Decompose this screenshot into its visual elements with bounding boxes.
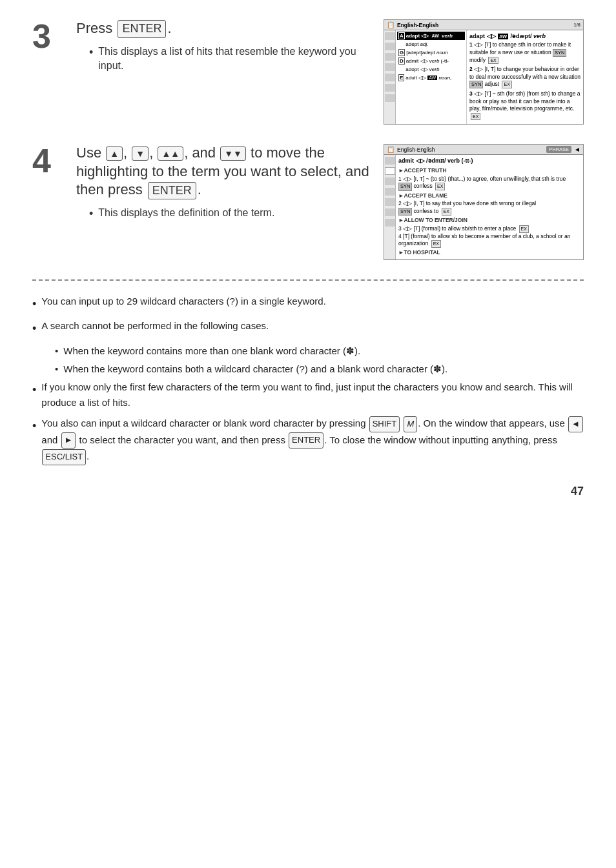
step-3-number: 3 bbox=[32, 19, 65, 53]
section-2-def: 2 ◁▷ [I, T] to say that you have done st… bbox=[398, 200, 580, 207]
esc-key: ESC/LIST bbox=[42, 449, 86, 465]
screen1-definition: adapt ◁▷ AW /ədæpt/ verb 1 ◁▷ [T] to cha… bbox=[467, 30, 583, 124]
note-3: If you know only the first few character… bbox=[32, 379, 584, 410]
section-1-def-1: 1 ◁▷ [I, T] ~ (to sb) (that...) to agree… bbox=[398, 176, 580, 183]
letter-E: E bbox=[398, 74, 404, 81]
list-item-0: A adapt ◁▷ AW verb bbox=[397, 32, 465, 40]
section-3-def-2: 4 [T] (formal) to allow sb to become a m… bbox=[398, 233, 580, 248]
screen1: 📋 English-English 1/6 bbox=[384, 19, 584, 125]
s2-tab-3 bbox=[385, 177, 395, 185]
tab-block-4 bbox=[385, 63, 395, 71]
separator bbox=[32, 279, 584, 281]
screen1-list: A adapt ◁▷ AW verb X adept adj. G [adept… bbox=[396, 30, 467, 124]
section-title-4: ►TO HOSPITAL bbox=[398, 249, 580, 257]
arrow-up-key: ▲ bbox=[106, 146, 123, 161]
note-2: A search cannot be performed in the foll… bbox=[32, 318, 584, 338]
note-2-text: A search cannot be performed in the foll… bbox=[41, 318, 269, 334]
screen2-header: 📋 English-English PHRASE ◄ bbox=[384, 145, 583, 155]
ex-s1: EX bbox=[435, 183, 445, 190]
screen1-page: 1/6 bbox=[574, 22, 580, 28]
section-title-3: ►ALLOW TO ENTER/JOIN bbox=[398, 217, 580, 225]
step-3-instruction: Press ENTER. bbox=[76, 19, 371, 38]
section-allow-enter: ►ALLOW TO ENTER/JOIN 3 ◁▷ [T] (formal) t… bbox=[398, 217, 580, 247]
screen2-sidebar bbox=[384, 155, 396, 259]
list-item-1-text: adept adj. bbox=[406, 41, 428, 47]
screen2-header-left: 📋 English-English bbox=[387, 146, 435, 153]
note-4: You also can input a wildcard character … bbox=[32, 416, 584, 465]
letter-A: A bbox=[398, 32, 405, 39]
ex-s3b: EX bbox=[431, 240, 441, 247]
enter-key-step4: ENTER bbox=[148, 182, 196, 199]
phrase-badge: PHRASE bbox=[546, 146, 571, 153]
tab-block-5 bbox=[385, 74, 395, 81]
m-key: M bbox=[404, 416, 417, 432]
note-2-sub-1: When the keyword contains more than one … bbox=[55, 343, 584, 359]
note-2-sub-2: When the keyword contains both a wildcar… bbox=[55, 361, 584, 377]
tab-block-2 bbox=[385, 43, 395, 50]
screen2-body: admit ◁▷ /ədmɪt/ verb (-tt-) ►ACCEPT TRU… bbox=[384, 155, 583, 259]
screen2-title: English-English bbox=[397, 146, 435, 153]
shift-key: SHIFT bbox=[369, 416, 400, 432]
step-4-content: Use ▲, ▼, ▲▲, and ▼▼ to move the highlig… bbox=[76, 144, 584, 260]
note-1: You can input up to 29 wildcard characte… bbox=[32, 294, 584, 314]
arrow-up2-key: ▲▲ bbox=[158, 146, 183, 161]
ex-2: EX bbox=[502, 81, 511, 88]
screen1-sidebar bbox=[384, 30, 396, 124]
screen1-container: 📋 English-English 1/6 bbox=[384, 19, 584, 125]
syn-modify: SYN bbox=[553, 49, 566, 57]
letter-D: D bbox=[398, 57, 405, 65]
arrow-down-key: ▼ bbox=[132, 146, 149, 161]
ex-s2: EX bbox=[442, 208, 451, 216]
note-3-text: If you know only the first few character… bbox=[41, 379, 584, 410]
section-accept-truth: ►ACCEPT TRUTH 1 ◁▷ [I, T] ~ (to sb) (tha… bbox=[398, 167, 580, 191]
back-arrow: ◄ bbox=[574, 146, 580, 153]
arrow-down2-key: ▼▼ bbox=[220, 146, 246, 161]
list-item-5-text: adult ◁▷ AW noun, bbox=[406, 75, 451, 81]
list-item-3-text: admit ◁▷ verb (-tt- bbox=[406, 58, 449, 64]
screen1-body: A adapt ◁▷ AW verb X adept adj. G [adept… bbox=[384, 30, 583, 124]
book-icon: 📋 bbox=[387, 21, 395, 28]
screen2: 📋 English-English PHRASE ◄ bbox=[384, 144, 584, 260]
tab-block-3 bbox=[385, 53, 395, 61]
section-accept-blame: ►ACCEPT BLAME 2 ◁▷ [I, T] to say that yo… bbox=[398, 192, 580, 216]
s2-tab-active bbox=[385, 167, 395, 175]
step-3-bullet: This displays a list of hits that resemb… bbox=[89, 45, 371, 74]
tab-block-7 bbox=[385, 94, 395, 102]
note-4-text: You also can input a wildcard character … bbox=[41, 416, 584, 465]
left-arrow-key: ◄ bbox=[568, 416, 583, 432]
page-footer: 47 bbox=[32, 485, 584, 498]
s2-tab-5 bbox=[385, 198, 395, 206]
note-2-sub-1-text: When the keyword contains more than one … bbox=[63, 343, 360, 359]
note-2-sub-2-text: When the keyword contains both a wildcar… bbox=[63, 361, 447, 377]
screen2-word: admit ◁▷ /ədmɪt/ verb (-tt-) bbox=[398, 157, 580, 165]
step-4: 4 Use ▲, ▼, ▲▲, and ▼▼ to move the highl… bbox=[32, 144, 584, 260]
step-4-bullet: This displays the definition of the term… bbox=[89, 206, 371, 222]
step-3: 3 Press ENTER. This displays a list of h… bbox=[32, 19, 584, 125]
screen1-header: 📋 English-English 1/6 bbox=[384, 20, 583, 30]
list-item-1: X adept adj. bbox=[397, 40, 465, 48]
def-1: 1 ◁▷ [T] to change sth in order to make … bbox=[469, 41, 580, 64]
section-title-2: ►ACCEPT BLAME bbox=[398, 192, 580, 200]
section-1-syn: SYNconfess EX bbox=[398, 183, 580, 191]
s2-tab-7 bbox=[385, 219, 395, 227]
list-item-5: E adult ◁▷ AW noun, bbox=[397, 74, 465, 82]
s2-tab-1 bbox=[385, 157, 395, 165]
screen2-header-right: PHRASE ◄ bbox=[546, 146, 580, 153]
screen1-title: English-English bbox=[397, 22, 438, 28]
notes-section: You can input up to 29 wildcard characte… bbox=[32, 294, 584, 465]
list-item-4: X adopt ◁▷ verb bbox=[397, 65, 465, 74]
syn-adjust: SYN bbox=[469, 81, 483, 88]
section-title-1: ►ACCEPT TRUTH bbox=[398, 167, 580, 175]
s2-tab-6 bbox=[385, 208, 395, 216]
book-icon-2: 📋 bbox=[387, 146, 395, 153]
syn-confess-to: SYN bbox=[398, 208, 412, 216]
list-item-2-text: [adept]adept noun bbox=[406, 50, 448, 56]
tab-block-1 bbox=[385, 32, 395, 40]
s2-tab-4 bbox=[385, 188, 395, 196]
note-1-text: You can input up to 29 wildcard characte… bbox=[41, 294, 326, 309]
list-item-2: G [adept]adept noun bbox=[397, 48, 465, 57]
def-title: adapt ◁▷ AW /ədæpt/ verb bbox=[469, 32, 580, 40]
step-3-content: Press ENTER. This displays a list of hit… bbox=[76, 19, 584, 125]
ex-1: EX bbox=[488, 57, 498, 64]
section-hospital: ►TO HOSPITAL bbox=[398, 249, 580, 257]
